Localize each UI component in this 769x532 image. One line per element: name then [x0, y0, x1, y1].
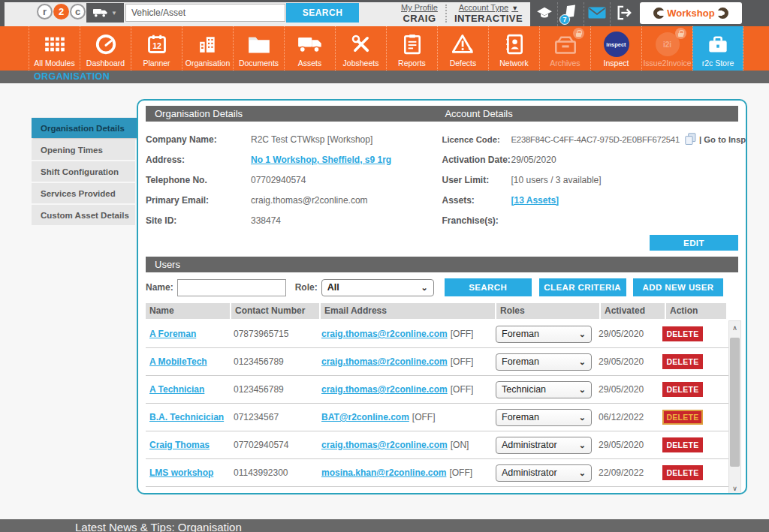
user-email-link[interactable]: craig.thomas@r2conline.com — [321, 356, 448, 367]
nav-item-reports[interactable]: Reports — [386, 26, 437, 71]
account-details-column: Licence Code: E238F84C-C4FF-4AC7-975D-2E… — [442, 129, 739, 230]
role-select[interactable]: Foreman⌄ — [496, 326, 592, 343]
users-title: Users — [155, 257, 180, 272]
scroll-down-arrow[interactable]: ∨ — [729, 482, 740, 494]
role-select[interactable]: Technician⌄ — [496, 381, 592, 398]
nav-label: All Modules — [34, 59, 74, 68]
user-email-link[interactable]: mosina.khan@r2conline.com — [321, 467, 446, 478]
scroll-up-arrow[interactable]: ∧ — [729, 321, 740, 334]
chevron-down-icon: ⌄ — [579, 413, 586, 422]
vertical-scrollbar[interactable]: ∧ ∨ — [728, 320, 741, 494]
sidebar-item-services-provided[interactable]: Services Provided — [32, 183, 135, 203]
nav-item-organisation[interactable]: Organisation — [182, 26, 233, 71]
account-type-link[interactable]: Account Type▼ — [459, 3, 518, 12]
delete-button[interactable]: DELETE — [662, 465, 703, 480]
nav-item-documents[interactable]: Documents — [233, 26, 284, 71]
users-search-button[interactable]: SEARCH — [445, 278, 532, 296]
name-filter-input[interactable] — [177, 279, 286, 296]
assets-link[interactable]: [13 Assets] — [511, 195, 559, 206]
chevron-down-icon: ⌄ — [579, 468, 586, 478]
address-link[interactable]: No 1 Workshop, Sheffield, s9 1rg — [251, 155, 391, 165]
role-select[interactable]: Administrator⌄ — [496, 464, 592, 482]
nav-item-dashboard[interactable]: Dashboard — [80, 26, 131, 71]
lock-icon — [675, 28, 686, 39]
details-section: Company Name: R2C Test CTWksp [Workshop]… — [146, 129, 738, 230]
role-select[interactable]: Foreman⌄ — [496, 353, 592, 371]
logo-letter-2: 2 — [53, 4, 69, 20]
chevron-down-icon: ⌄ — [579, 329, 586, 339]
nav-item-jobsheets[interactable]: Jobsheets — [335, 26, 386, 71]
vehicle-type-dropdown[interactable]: ▼ — [86, 3, 124, 23]
nav-label: Archives — [550, 59, 580, 68]
delete-button[interactable]: DELETE — [662, 382, 703, 397]
vehicle-asset-search-input[interactable] — [125, 4, 285, 22]
messages-button[interactable] — [584, 2, 611, 26]
nav-item-planner[interactable]: 12 Planner — [131, 26, 182, 71]
field-label: Company Name: — [146, 134, 251, 145]
delete-button[interactable]: DELETE — [662, 326, 703, 341]
role-select[interactable]: Administrator⌄ — [496, 437, 592, 454]
field-label: User Limit: — [442, 175, 511, 185]
training-button[interactable] — [532, 2, 558, 26]
add-new-user-button[interactable]: ADD NEW USER — [633, 278, 723, 296]
email-status: [OFF] — [449, 467, 472, 478]
nav-item-assets[interactable]: Assets — [284, 26, 335, 71]
nav-item-inspect[interactable]: inspect Inspect — [590, 26, 641, 71]
nav-item-issue2invoice[interactable]: i2i Issue2Invoice — [641, 26, 692, 71]
role-filter-label: Role: — [295, 282, 318, 293]
sidebar-item-opening-times[interactable]: Opening Times — [32, 140, 135, 160]
user-email-link[interactable]: craig.thomas@r2conline.com — [321, 440, 448, 450]
user-name-link[interactable]: A Foreman — [149, 329, 196, 339]
inspect-circle-icon: inspect — [604, 31, 629, 58]
user-name-link[interactable]: Craig Thomas — [149, 440, 210, 450]
go-to-inspect-link[interactable]: | Go to Inspect — [699, 135, 747, 144]
grid-icon — [44, 31, 65, 58]
user-email-link[interactable]: BAT@r2conline.com — [321, 412, 409, 422]
user-name-link[interactable]: LMS workshop — [149, 467, 213, 478]
my-profile-link[interactable]: My Profile — [401, 3, 438, 12]
gauge-icon — [95, 31, 117, 58]
delete-button[interactable]: DELETE — [662, 354, 703, 369]
role-select[interactable]: Foreman⌄ — [496, 409, 592, 426]
user-email-link[interactable]: craig.thomas@r2conline.com — [321, 384, 448, 395]
account-details-title: Account Details — [445, 106, 512, 122]
user-name-link[interactable]: B.A. Technicician — [149, 412, 224, 422]
workshop-brand-logo: Workshop — [640, 2, 742, 24]
nav-label: Issue2Invoice — [643, 59, 691, 68]
nav-item-all-modules[interactable]: All Modules — [29, 26, 80, 71]
nav-item-r2c-store[interactable]: r2c Store — [692, 26, 743, 71]
delete-button[interactable]: DELETE — [662, 437, 703, 452]
edit-button[interactable]: EDIT — [650, 235, 738, 251]
logout-button[interactable] — [611, 2, 637, 26]
chevron-down-icon: ⌄ — [579, 385, 586, 395]
delete-button-highlighted[interactable]: DELETE — [662, 410, 703, 425]
vehicle-search-button[interactable]: SEARCH — [286, 3, 359, 23]
clear-criteria-button[interactable]: CLEAR CRITERIA — [539, 278, 626, 296]
buildings-icon — [198, 31, 218, 58]
profile-area: My Profile CRAIG Account Type▼ INTERACTI… — [394, 3, 530, 24]
user-name-link[interactable]: A MobileTech — [149, 356, 207, 367]
field-label: Activation Date: — [442, 155, 511, 165]
tools-icon — [351, 31, 372, 58]
scrollbar-thumb[interactable] — [730, 338, 740, 467]
wrench-icon — [653, 8, 665, 19]
brand-name: Workshop — [667, 8, 714, 19]
user-name-link[interactable]: A Technician — [149, 384, 204, 395]
nav-item-archives[interactable]: Archives — [539, 26, 590, 71]
sidebar-item-custom-asset-details[interactable]: Custom Asset Details — [32, 205, 135, 225]
my-profile-block[interactable]: My Profile CRAIG — [394, 3, 445, 24]
role-filter-select[interactable]: All ⌄ — [321, 279, 434, 296]
notifications-button[interactable]: 7 — [558, 2, 584, 26]
column-header-email: Email Address — [321, 303, 495, 319]
nav-label: Jobsheets — [343, 59, 379, 68]
nav-label: Planner — [143, 59, 170, 68]
sidebar-item-organisation-details[interactable]: Organisation Details — [32, 118, 137, 138]
nav-item-defects[interactable]: Defects — [437, 26, 488, 71]
edit-row: EDIT — [146, 235, 738, 251]
account-type-block[interactable]: Account Type▼ INTERACTIVE — [447, 3, 530, 24]
user-email-link[interactable]: craig.thomas@r2conline.com — [321, 329, 448, 339]
nav-item-network[interactable]: Network — [488, 26, 539, 71]
copy-icon[interactable] — [684, 133, 696, 146]
sidebar-item-shift-configuration[interactable]: Shift Configuration — [32, 161, 135, 182]
truck-icon — [297, 31, 323, 58]
